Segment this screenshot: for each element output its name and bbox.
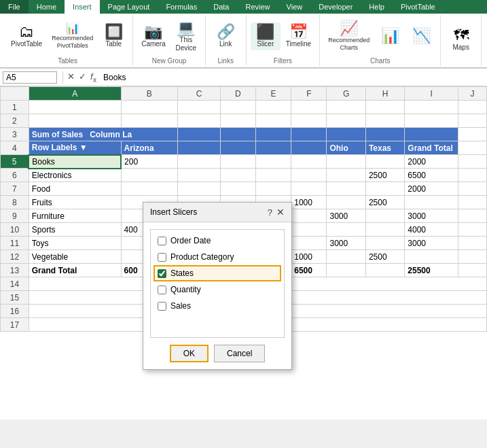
table-button[interactable]: 🔲 Table (98, 22, 128, 50)
tab-help[interactable]: Help (361, 0, 393, 14)
cell-f13[interactable]: 6500 (291, 264, 327, 277)
cell-f8[interactable]: 1000 (291, 196, 327, 209)
checkbox-order-date[interactable] (158, 237, 166, 245)
cell-c7[interactable] (178, 182, 221, 196)
cell-j2[interactable] (458, 114, 487, 128)
cell-g1[interactable] (327, 101, 365, 114)
cell-i6[interactable]: 6500 (405, 169, 458, 182)
cell-c5[interactable] (178, 155, 221, 169)
dialog-help-icon[interactable]: ? (268, 207, 272, 218)
cell-d7[interactable] (220, 182, 255, 196)
this-device-button[interactable]: 💻 ThisDevice (171, 18, 201, 54)
cell-b4[interactable]: Arizona (121, 141, 178, 155)
cell-h8[interactable]: 2500 (365, 196, 404, 209)
cell-j7[interactable] (458, 182, 487, 196)
cell-i5[interactable]: 2000 (405, 155, 458, 169)
cell-j8[interactable] (458, 196, 487, 209)
cell-j9[interactable] (458, 209, 487, 223)
cell-e2[interactable] (256, 114, 291, 128)
pivottable-button[interactable]: 🗂 PivotTable (7, 22, 46, 50)
cell-g9[interactable]: 3000 (327, 209, 365, 223)
checkbox-sales[interactable] (158, 302, 166, 311)
cell-c3[interactable] (178, 128, 221, 141)
cell-h11[interactable] (365, 237, 404, 250)
cell-h10[interactable] (365, 223, 404, 237)
cell-h5[interactable] (365, 155, 404, 169)
cell-g7[interactable] (327, 182, 365, 196)
cell-e6[interactable] (256, 169, 291, 182)
cell-i4[interactable]: Grand Total (405, 141, 458, 155)
cell-a3[interactable]: Sum of Sales Column La (29, 128, 177, 141)
checkbox-item-product-category[interactable]: Product Category (154, 249, 281, 265)
tab-data[interactable]: Data (205, 0, 237, 14)
cell-f6[interactable] (291, 169, 327, 182)
checkbox-item-sales[interactable]: Sales (154, 298, 281, 314)
insert-function-icon[interactable]: fx (89, 71, 98, 84)
cell-d6[interactable] (220, 169, 255, 182)
confirm-formula-icon[interactable]: ✓ (77, 71, 88, 84)
cell-g4[interactable]: Ohio (327, 141, 365, 155)
cell-i8[interactable] (405, 196, 458, 209)
cell-c6[interactable] (178, 169, 221, 182)
tab-view[interactable]: View (278, 0, 311, 14)
cell-b1[interactable] (121, 101, 178, 114)
tab-insert[interactable]: Insert (65, 0, 100, 14)
cell-i2[interactable] (405, 114, 458, 128)
cell-f11[interactable] (291, 237, 327, 250)
cell-a7[interactable]: Food (29, 182, 121, 196)
bar-chart-button[interactable]: 📊 (375, 27, 405, 46)
cell-h13[interactable] (365, 264, 404, 277)
cell-d1[interactable] (220, 101, 255, 114)
cell-f7[interactable] (291, 182, 327, 196)
cell-a1[interactable] (29, 101, 121, 114)
cell-i11[interactable]: 3000 (405, 237, 458, 250)
checkbox-quantity[interactable] (158, 286, 166, 294)
maps-button[interactable]: 🗺 Maps (446, 26, 476, 54)
cell-a4[interactable]: Row Labels ▼ (29, 141, 121, 155)
cell-a11[interactable]: Toys (29, 237, 121, 250)
cell-f10[interactable] (291, 223, 327, 237)
name-box[interactable] (3, 71, 57, 84)
tab-file[interactable]: File (0, 0, 29, 14)
checkbox-item-order-date[interactable]: Order Date (154, 232, 281, 249)
line-chart-button[interactable]: 📉 (406, 27, 436, 46)
cell-g3[interactable] (327, 128, 365, 141)
cell-g10[interactable] (327, 223, 365, 237)
checkbox-product-category[interactable] (158, 253, 166, 262)
cell-i7[interactable]: 2000 (405, 182, 458, 196)
cell-a5[interactable]: Books (29, 155, 121, 169)
tab-pivottable[interactable]: PivotTable (393, 0, 444, 14)
cell-f9[interactable] (291, 209, 327, 223)
cell-f2[interactable] (291, 114, 327, 128)
timeline-button[interactable]: 📅 Timeline (282, 22, 315, 50)
cell-g8[interactable] (327, 196, 365, 209)
cancel-formula-icon[interactable]: ✕ (66, 71, 76, 84)
cell-g11[interactable]: 3000 (327, 237, 365, 250)
cell-a9[interactable]: Furniture (29, 209, 121, 223)
cell-g6[interactable] (327, 169, 365, 182)
cell-h3[interactable] (365, 128, 404, 141)
cell-i10[interactable]: 4000 (405, 223, 458, 237)
cell-d3[interactable] (220, 128, 255, 141)
cell-j13[interactable] (458, 264, 487, 277)
cell-b7[interactable] (121, 182, 178, 196)
cell-a8[interactable]: Fruits (29, 196, 121, 209)
ok-button[interactable]: OK (170, 345, 209, 362)
recommended-pivottables-button[interactable]: 📊 RecommendedPivotTables (48, 21, 97, 52)
cell-i3[interactable] (405, 128, 458, 141)
tab-page-layout[interactable]: Page Layout (100, 0, 158, 14)
slicer-button[interactable]: ⬛ Slicer (251, 22, 281, 50)
cancel-button[interactable]: Cancel (214, 345, 265, 362)
cell-f1[interactable] (291, 101, 327, 114)
cell-h2[interactable] (365, 114, 404, 128)
cell-c4[interactable] (178, 141, 221, 155)
tab-developer[interactable]: Developer (310, 0, 361, 14)
cell-d5[interactable] (220, 155, 255, 169)
cell-c2[interactable] (178, 114, 221, 128)
cell-f4[interactable] (291, 141, 327, 155)
cell-j11[interactable] (458, 237, 487, 250)
tab-formulas[interactable]: Formulas (158, 0, 205, 14)
cell-j1[interactable] (458, 101, 487, 114)
cell-j10[interactable] (458, 223, 487, 237)
cell-f12[interactable]: 1000 (291, 250, 327, 264)
